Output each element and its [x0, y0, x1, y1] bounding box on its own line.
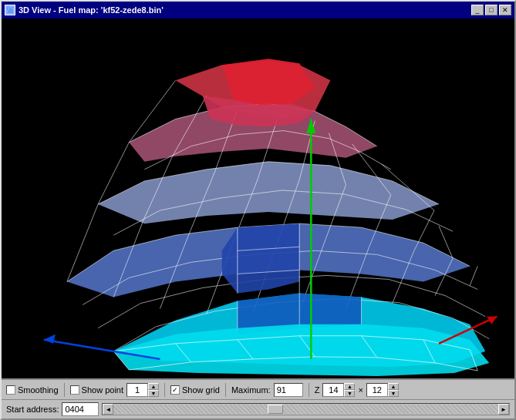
3d-viewport[interactable]	[2, 18, 514, 378]
show-point-checkbox[interactable]	[70, 385, 79, 395]
show-grid-checkbox-label[interactable]: Show grid	[170, 385, 220, 395]
x-spinner[interactable]: ▲ ▼	[366, 383, 399, 397]
z-label: Z	[315, 385, 320, 395]
scroll-left-arrow[interactable]: ◄	[103, 404, 113, 415]
maximum-label: Maximum:	[231, 385, 271, 395]
svg-rect-0	[6, 6, 14, 14]
title-bar-left: 3D View - Fuel map: 'kf52-zede8.bin'	[5, 5, 164, 15]
show-point-checkbox-label[interactable]: Show point	[70, 385, 123, 395]
3d-scene	[2, 18, 514, 378]
show-point-spin-down[interactable]: ▼	[148, 390, 159, 397]
close-button[interactable]: ✕	[499, 5, 511, 15]
window-title: 3D View - Fuel map: 'kf52-zede8.bin'	[19, 5, 164, 15]
horizontal-scrollbar[interactable]: ◄ ►	[102, 403, 510, 415]
smoothing-checkbox[interactable]	[6, 385, 15, 395]
scroll-track[interactable]	[113, 405, 498, 414]
bottom-bar: Smoothing Show point ▲ ▼ Show grid	[2, 378, 514, 418]
x-input[interactable]	[366, 383, 388, 397]
z-spinner[interactable]: ▲ ▼	[322, 383, 355, 397]
start-address-input[interactable]	[62, 402, 99, 416]
controls-row-2: Start address: ◄ ►	[2, 399, 514, 418]
z-input[interactable]	[322, 383, 344, 397]
z-spin-up[interactable]: ▲	[344, 383, 355, 390]
maximum-input[interactable]	[274, 383, 303, 397]
minimize-button[interactable]: _	[471, 5, 484, 15]
controls-row-1: Smoothing Show point ▲ ▼ Show grid	[2, 380, 514, 399]
show-point-input[interactable]	[126, 383, 148, 397]
show-point-spinner[interactable]: ▲ ▼	[126, 383, 159, 397]
separator-3	[225, 383, 226, 397]
z-spin-down[interactable]: ▼	[344, 390, 355, 397]
x-spin-down[interactable]: ▼	[388, 390, 399, 397]
main-window: 3D View - Fuel map: 'kf52-zede8.bin' _ □…	[0, 0, 516, 420]
title-bar: 3D View - Fuel map: 'kf52-zede8.bin' _ □…	[2, 2, 514, 18]
smoothing-label: Smoothing	[18, 385, 59, 395]
scroll-thumb[interactable]	[268, 405, 283, 414]
separator-4	[309, 383, 309, 397]
x-separator-label: ×	[358, 385, 363, 395]
title-bar-buttons: _ □ ✕	[471, 5, 511, 15]
x-spin-up[interactable]: ▲	[388, 383, 399, 390]
svg-marker-9	[222, 223, 299, 293]
show-point-spin-buttons: ▲ ▼	[148, 383, 159, 397]
start-address-label: Start address:	[6, 405, 59, 414]
show-point-spin-up[interactable]: ▲	[148, 383, 159, 390]
smoothing-checkbox-label[interactable]: Smoothing	[6, 385, 59, 395]
maximize-button[interactable]: □	[485, 5, 497, 15]
show-point-label: Show point	[82, 385, 123, 395]
show-grid-checkbox[interactable]	[170, 385, 180, 395]
separator-1	[64, 383, 65, 397]
separator-2	[164, 383, 165, 397]
x-spin-buttons: ▲ ▼	[388, 383, 399, 397]
app-icon	[5, 5, 15, 15]
z-spin-buttons: ▲ ▼	[344, 383, 355, 397]
show-grid-label: Show grid	[182, 385, 220, 395]
scroll-right-arrow[interactable]: ►	[498, 404, 509, 415]
